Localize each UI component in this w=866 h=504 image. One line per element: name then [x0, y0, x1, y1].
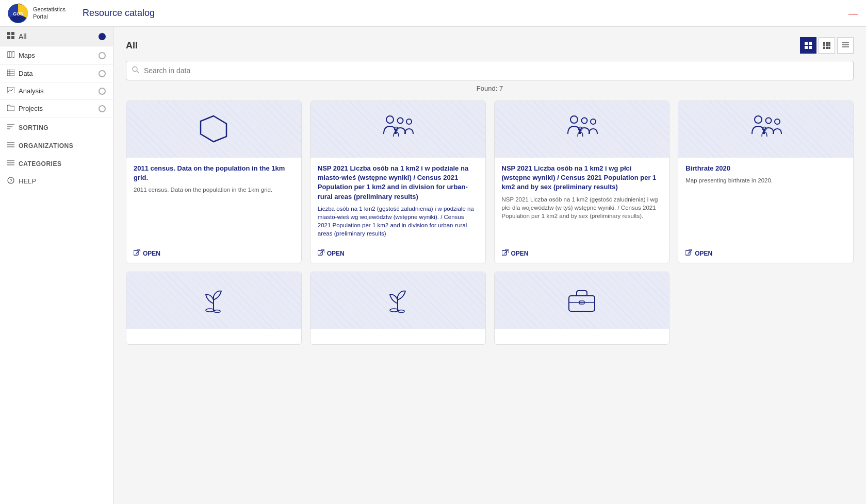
card-header-2	[311, 101, 485, 158]
sidebar-item-all[interactable]: All	[0, 27, 113, 46]
close-button[interactable]: —	[848, 8, 858, 19]
data-radio	[99, 70, 106, 77]
svg-rect-3	[11, 32, 14, 35]
svg-rect-32	[823, 42, 825, 44]
card-nsp2021-urban[interactable]: NSP 2021 Liczba osób na 1 km2 i w podzia…	[310, 100, 486, 263]
app-header: GUS Geostatistics Portal Resource catalo…	[0, 0, 866, 27]
svg-rect-34	[828, 42, 830, 44]
sidebar-item-data[interactable]: Data	[0, 65, 113, 82]
found-text: Found: 7	[126, 85, 854, 92]
sort-icon	[7, 124, 14, 131]
svg-line-45	[137, 71, 139, 73]
all-radio	[99, 33, 106, 40]
sidebar-section-sorting[interactable]: SORTING	[0, 117, 113, 136]
svg-point-56	[581, 117, 587, 123]
card-header-3	[495, 101, 669, 158]
help-icon: ?	[7, 177, 14, 186]
card-body-3: NSP 2021 Liczba osób na 1 km2 i wg płci …	[495, 158, 669, 244]
svg-rect-39	[826, 47, 828, 49]
svg-rect-35	[823, 44, 825, 46]
main-content: All	[113, 27, 866, 504]
card-open-2[interactable]: OPEN	[318, 249, 478, 258]
card-title-3: NSP 2021 Liczba osób na 1 km2 i wg płci …	[502, 164, 662, 192]
card-open-3[interactable]: OPEN	[502, 249, 662, 258]
people-icon-3	[564, 113, 600, 146]
view-grid-large-button[interactable]	[800, 37, 816, 54]
card-body-7	[495, 329, 669, 344]
sidebar: All Maps	[0, 27, 113, 504]
svg-rect-47	[134, 250, 138, 255]
card-open-4[interactable]: OPEN	[685, 249, 846, 258]
organizations-label: ORGANIZATIONS	[19, 142, 73, 149]
sidebar-item-analysis[interactable]: Analysis	[0, 82, 113, 100]
svg-rect-33	[826, 42, 828, 44]
view-grid-medium-button[interactable]	[819, 37, 835, 54]
view-list-button[interactable]	[837, 37, 854, 54]
card-header-7	[495, 272, 669, 329]
card-title-1: 2011 census. Data on the population in t…	[134, 164, 294, 182]
all-label: All	[19, 32, 99, 41]
main-title: All	[126, 40, 138, 51]
card-nsp2021-sex[interactable]: NSP 2021 Liczba osób na 1 km2 i wg płci …	[494, 100, 670, 263]
svg-point-44	[133, 67, 137, 72]
svg-rect-28	[805, 42, 808, 45]
card-desc-1: 2011 census. Data on the population in t…	[134, 186, 294, 238]
sorting-label: SORTING	[19, 124, 48, 131]
card-footer-4: OPEN	[678, 244, 853, 263]
found-label: Found:	[477, 85, 497, 92]
grid-icon	[7, 32, 14, 41]
card-6[interactable]	[310, 272, 486, 345]
people-icon-2	[380, 113, 416, 146]
svg-rect-38	[823, 47, 825, 49]
svg-rect-65	[685, 250, 690, 255]
card-footer-1: OPEN	[126, 244, 301, 263]
main-top-bar: All	[126, 37, 854, 54]
card-body-2: NSP 2021 Liczba osób na 1 km2 i w podzia…	[311, 158, 485, 244]
card-desc-4: Map presenting birthrate in 2020.	[685, 176, 846, 238]
open-icon-2	[318, 249, 324, 258]
card-desc-2: Liczba osób na 1 km2 (gęstość zaludnieni…	[318, 205, 478, 238]
card-7[interactable]	[494, 272, 670, 345]
app-layout: All Maps	[0, 27, 866, 504]
card-open-1[interactable]: OPEN	[134, 249, 294, 258]
sidebar-item-projects[interactable]: Projects	[0, 100, 113, 117]
svg-marker-46	[201, 116, 226, 142]
svg-rect-2	[7, 32, 10, 35]
sidebar-help[interactable]: ? HELP	[0, 172, 113, 191]
svg-point-61	[755, 116, 762, 123]
open-icon-4	[685, 249, 692, 258]
svg-rect-37	[828, 44, 830, 46]
analysis-icon	[7, 87, 14, 95]
logo-area: GUS Geostatistics Portal	[8, 4, 74, 23]
help-label: HELP	[19, 177, 36, 185]
logo-subtitle2: Portal	[33, 13, 66, 20]
sidebar-section-categories[interactable]: CATEGORIES	[0, 154, 113, 172]
svg-line-16	[11, 89, 13, 91]
found-count: 7	[499, 85, 503, 92]
svg-point-72	[398, 310, 404, 313]
org-icon	[7, 142, 14, 149]
svg-point-50	[398, 117, 403, 123]
card-birthrate[interactable]: Birthrate 2020 Map presenting birthrate …	[678, 100, 854, 263]
card-5[interactable]	[126, 272, 302, 345]
folder-icon	[7, 105, 14, 112]
search-input[interactable]	[126, 61, 854, 80]
card-body-5	[126, 329, 301, 344]
svg-rect-40	[828, 47, 830, 49]
briefcase-icon	[566, 285, 597, 315]
open-label-1: OPEN	[143, 250, 160, 257]
card-footer-3: OPEN	[495, 244, 669, 263]
card-header-6	[311, 272, 485, 329]
card-body-4: Birthrate 2020 Map presenting birthrate …	[678, 158, 853, 244]
people-icon-4	[748, 113, 784, 146]
sidebar-item-maps[interactable]: Maps	[0, 46, 113, 65]
open-label-4: OPEN	[695, 250, 712, 257]
svg-rect-30	[805, 46, 808, 49]
svg-text:GUS: GUS	[13, 11, 23, 16]
sidebar-section-organizations[interactable]: ORGANIZATIONS	[0, 136, 113, 154]
card-2011-census[interactable]: 2011 census. Data on the population in t…	[126, 100, 302, 263]
svg-rect-4	[7, 36, 10, 39]
categories-label: CATEGORIES	[19, 160, 61, 167]
svg-marker-6	[7, 51, 14, 58]
svg-point-51	[406, 119, 412, 124]
